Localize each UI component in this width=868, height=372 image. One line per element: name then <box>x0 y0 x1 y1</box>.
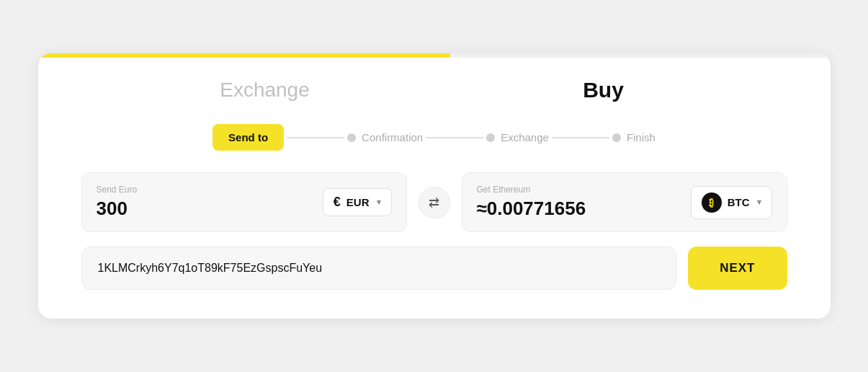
get-currency-button[interactable]: ₿ BTC ▾ <box>691 186 772 219</box>
progress-bar-fill <box>38 53 450 58</box>
get-input-left: Get Ethereum ≈0.00771656 <box>477 185 586 220</box>
header-row: Exchange Buy <box>38 58 831 110</box>
wallet-address-input[interactable] <box>81 247 677 290</box>
step-exchange: Exchange <box>486 131 549 143</box>
swap-button[interactable]: ⇄ <box>419 187 450 218</box>
send-currency-label: EUR <box>346 196 370 208</box>
send-currency-chevron: ▾ <box>377 198 381 207</box>
step-dot-confirmation <box>347 133 356 142</box>
step-connector-3 <box>552 137 609 138</box>
step-dot-exchange <box>486 133 495 142</box>
step-finish: Finish <box>612 131 656 143</box>
exchange-area: Send Euro 300 € EUR ▾ ⇄ Get Ethereum ≈0.… <box>38 172 831 232</box>
swap-icon: ⇄ <box>429 195 439 211</box>
send-currency-button[interactable]: € EUR ▾ <box>323 188 392 216</box>
step-send-to[interactable]: Send to <box>212 124 284 151</box>
step-confirmation: Confirmation <box>347 131 423 143</box>
address-row: NEXT <box>38 247 831 290</box>
send-label: Send Euro <box>97 185 138 195</box>
next-button[interactable]: NEXT <box>688 247 787 290</box>
get-value: ≈0.00771656 <box>477 198 586 220</box>
get-label: Get Ethereum <box>477 185 586 195</box>
send-value[interactable]: 300 <box>97 198 138 220</box>
btc-icon: ₿ <box>702 192 722 213</box>
steps-row: Send to Confirmation Exchange Finish <box>38 110 831 172</box>
step-connector-2 <box>426 137 483 138</box>
get-currency-label: BTC <box>728 196 750 208</box>
eur-icon: € <box>334 195 341 210</box>
send-input-left: Send Euro 300 <box>97 185 138 220</box>
progress-bar <box>38 53 831 58</box>
get-input-box: Get Ethereum ≈0.00771656 ₿ BTC ▾ <box>462 172 787 232</box>
main-card: Exchange Buy Send to Confirmation Exchan… <box>38 53 831 319</box>
buy-tab-label: Buy <box>434 78 773 102</box>
send-input-box: Send Euro 300 € EUR ▾ <box>81 172 407 232</box>
step-connector-1 <box>287 137 344 138</box>
get-currency-chevron: ▾ <box>757 198 761 207</box>
step-dot-finish <box>612 133 621 142</box>
exchange-tab-label: Exchange <box>96 79 434 102</box>
